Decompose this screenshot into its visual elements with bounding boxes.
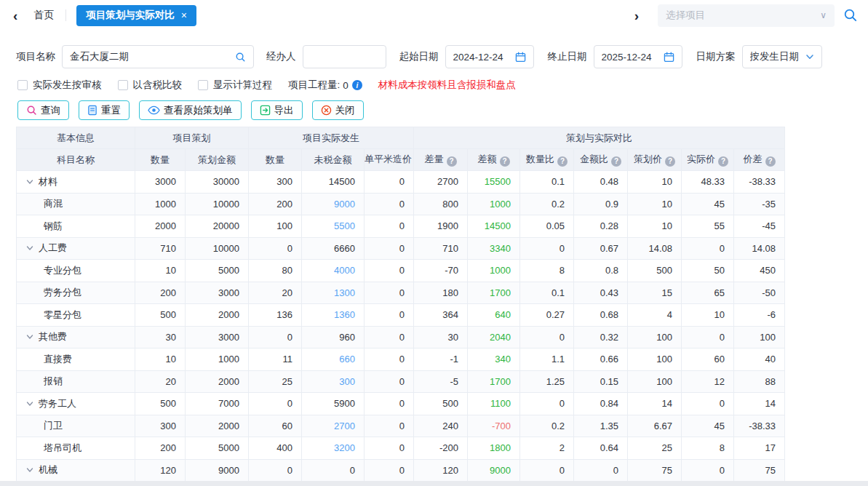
project-name-value[interactable] [70,52,231,63]
expand-caret-icon[interactable] [26,244,33,252]
search-icon[interactable] [235,52,246,63]
column-header-amount_actual: 未税金额 [302,149,365,171]
project-name-input[interactable] [62,45,254,68]
table-row[interactable]: 机械120900000012090000075075 [17,459,785,482]
cell-qty_diff: -5 [414,370,468,393]
checkbox-show-calculation[interactable]: 显示计算过程 [198,79,272,92]
cell-subject: 材料 [17,171,135,194]
info-icon[interactable]: i [352,80,362,90]
cell-subject: 专业分包 [17,260,135,282]
help-icon[interactable]: ? [718,156,728,167]
help-icon[interactable]: ? [447,156,457,167]
help-icon[interactable]: ? [500,156,510,167]
cell-price_per_sqm: 0 [365,393,414,415]
table-row[interactable]: 塔吊司机200500040032000-200180020.6425817 [17,437,785,460]
checkbox-icon[interactable] [17,80,28,90]
cell-qty_diff: 710 [414,237,468,260]
table-row[interactable]: 报销202000253000-517001.250.151001288 [17,370,785,393]
tab-active[interactable]: 项目策划与实际对比 × [76,5,196,26]
table-row[interactable]: 材料3000300003001450002700155000.10.481048… [17,171,785,194]
end-date-value[interactable] [602,52,659,63]
cell-price_diff: 17 [734,437,785,460]
back-chevron-icon[interactable]: ‹ [13,9,17,23]
agent-value[interactable] [311,52,378,63]
reset-button[interactable]: 重置 [79,100,130,120]
date-scheme-value[interactable] [750,52,801,63]
cell-qty_actual: 200 [249,193,302,215]
cell-qty_ratio: 0 [520,326,574,348]
cell-price_per_sqm: 0 [365,215,414,238]
agent-input[interactable] [303,45,386,68]
cell-price_per_sqm: 0 [365,415,414,437]
date-scheme-select[interactable] [742,45,822,68]
start-date-input[interactable] [445,45,534,68]
options-row: 实际发生按审核 以含税比较 显示计算过程 项目工程量: 0 i 材料成本按领料且… [17,78,868,92]
cell-amount_actual[interactable]: 1360 [302,304,365,327]
checkbox-icon[interactable] [118,80,128,90]
tab-home[interactable]: 首页 [33,9,54,22]
table-row[interactable]: 零星分包5002000136136003646400.270.68410-6 [17,304,785,327]
subject-name: 其他费 [39,330,67,343]
expand-caret-icon[interactable] [26,178,33,186]
close-button[interactable]: 关闭 [312,100,364,120]
cell-amount_actual[interactable]: 1300 [302,282,365,304]
export-button[interactable]: 导出 [251,100,303,120]
checkbox-actual-by-audit[interactable]: 实际发生按审核 [17,79,102,92]
forward-chevron-icon[interactable]: › [634,9,639,23]
comparison-table-body: 材料3000300003001450002700155000.10.481048… [17,171,785,485]
end-date-input[interactable] [594,45,682,68]
cell-price_per_sqm: 0 [365,459,414,482]
expand-caret-icon[interactable] [26,400,33,407]
table-row[interactable]: 人工费71010000066600710334000.6714.08014.08 [17,237,785,260]
view-original-plan-button[interactable]: 查看原始策划单 [139,100,242,120]
table-row[interactable]: 门卫30020006027000240-7000.21.356.6745-38.… [17,415,785,437]
cell-amount_actual[interactable]: 4000 [302,260,365,282]
cell-qty_actual: 136 [249,304,302,327]
table-row[interactable]: 直接费101000116600-13401.10.661006040 [17,348,785,371]
help-icon[interactable]: ? [665,156,675,167]
help-icon[interactable]: ? [557,156,568,167]
cell-subject: 直接费 [17,348,135,371]
tab-close-icon[interactable]: × [181,9,187,21]
column-header-qty_actual: 数量 [249,149,302,171]
query-button[interactable]: 查询 [17,100,69,120]
cell-amount_actual[interactable]: 9000 [302,193,365,215]
cell-qty_ratio: 0.1 [520,282,574,304]
expand-caret-icon[interactable] [26,333,33,340]
start-date-value[interactable] [453,52,511,63]
close-circle-icon [321,105,332,116]
cell-amount_plan: 3000 [186,326,249,348]
search-icon[interactable] [843,8,858,23]
subject-name: 报销 [44,375,63,388]
table-row[interactable]: 劳务分包2003000201300018017000.10.431565-50 [17,282,785,304]
checkbox-icon[interactable] [198,80,208,90]
cell-actual_price: 60 [682,348,734,371]
cell-subject: 报销 [17,370,135,393]
project-name-label: 项目名称 [16,50,55,63]
help-icon[interactable]: ? [611,156,621,167]
calendar-icon[interactable] [515,52,526,63]
cell-amount_actual[interactable]: 660 [302,348,365,371]
table-row[interactable]: 其他费3030000960030204000.321000100 [17,326,785,348]
table-row[interactable]: 劳务工人5007000059000500110000.8414014 [17,393,785,415]
help-icon[interactable]: ? [765,156,776,167]
cell-amount_diff: 1700 [468,370,520,393]
calendar-icon[interactable] [664,52,674,63]
reset-label: 重置 [101,104,121,117]
table-row[interactable]: 专业分包1050008040000-70100080.850050450 [17,260,785,282]
cell-subject: 其他费 [17,326,135,348]
cell-amount_ratio: 0.32 [574,326,628,348]
checkbox-compare-with-tax[interactable]: 以含税比较 [118,79,183,92]
horizontal-scrollbar-track[interactable] [0,481,868,486]
expand-caret-icon[interactable] [26,466,33,474]
cell-price_per_sqm: 0 [365,348,414,371]
table-row[interactable]: 钢筋200020000100550001900145000.050.281055… [17,215,785,238]
cell-amount_actual[interactable]: 5500 [302,215,365,238]
cell-amount_actual[interactable]: 3200 [302,437,365,460]
cell-amount_ratio: 0.67 [574,237,628,260]
project-select[interactable]: 选择项目 ∨ [658,4,835,27]
cell-amount_actual[interactable]: 2700 [302,415,365,437]
cell-amount_actual[interactable]: 300 [302,370,365,393]
cell-amount_ratio: 0.43 [574,282,628,304]
table-row[interactable]: 商混1000100002009000080010000.20.91045-35 [17,193,785,215]
